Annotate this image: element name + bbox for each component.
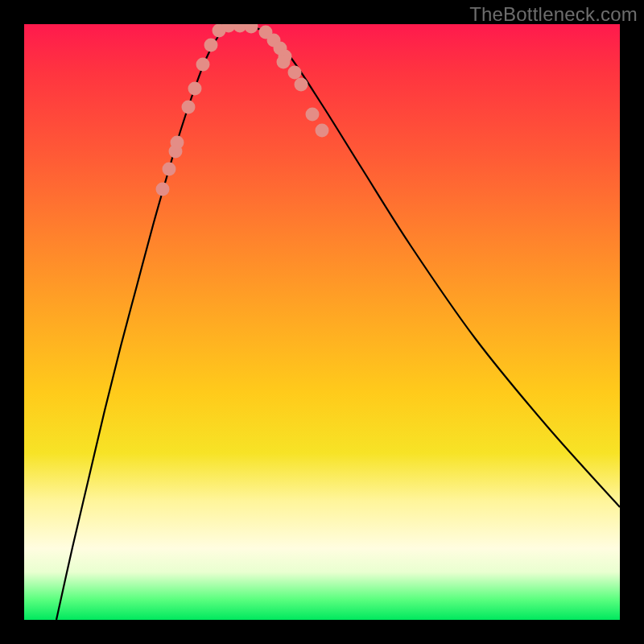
data-point bbox=[306, 108, 320, 122]
data-point bbox=[295, 78, 308, 92]
data-point bbox=[204, 39, 218, 52]
data-point bbox=[277, 56, 291, 69]
data-point bbox=[188, 82, 202, 96]
data-point bbox=[279, 50, 292, 64]
data-point bbox=[182, 101, 196, 114]
watermark-text: TheBottleneck.com bbox=[469, 3, 638, 26]
curve-path bbox=[56, 24, 620, 620]
data-point bbox=[169, 145, 183, 159]
left-dot-cluster bbox=[156, 58, 210, 196]
data-point bbox=[163, 163, 176, 176]
data-point bbox=[259, 26, 273, 39]
data-point bbox=[171, 136, 184, 150]
data-point bbox=[245, 24, 258, 34]
bottleneck-curve bbox=[56, 24, 620, 620]
plot-area bbox=[24, 24, 620, 620]
data-point bbox=[274, 42, 287, 56]
right-dot-cluster bbox=[259, 26, 329, 138]
data-point bbox=[156, 183, 170, 196]
chart-frame: TheBottleneck.com bbox=[0, 0, 644, 644]
data-point bbox=[288, 66, 302, 80]
data-point bbox=[222, 24, 236, 33]
bottom-dot-cluster bbox=[204, 24, 258, 52]
data-point bbox=[233, 24, 247, 33]
chart-svg bbox=[24, 24, 620, 620]
data-point bbox=[316, 124, 329, 138]
data-point bbox=[213, 24, 226, 38]
data-point bbox=[196, 58, 210, 72]
data-point bbox=[267, 34, 281, 47]
